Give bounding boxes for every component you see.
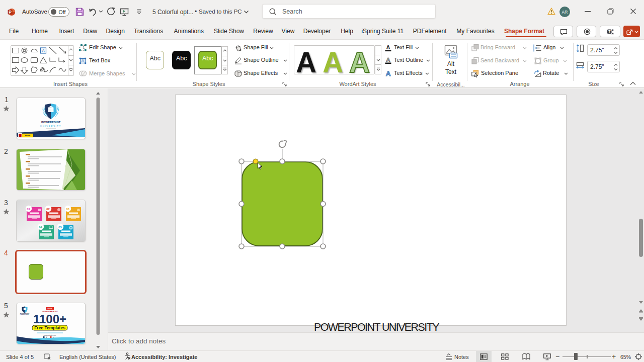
svg-text:UNIVERSITY: UNIVERSITY — [21, 315, 28, 316]
svg-text:A: A — [386, 70, 391, 77]
svg-text:05: 05 — [58, 226, 62, 229]
svg-text:FREE: FREE — [25, 134, 31, 137]
svg-text:03: 03 — [66, 208, 69, 211]
svg-text:A: A — [42, 48, 45, 53]
svg-text:04: 04 — [39, 226, 42, 229]
svg-text:02: 02 — [46, 208, 50, 211]
svg-text:A: A — [82, 58, 85, 63]
svg-text:UNIVERSITY: UNIVERSITY — [40, 125, 61, 128]
svg-text:POWERPOINT: POWERPOINT — [41, 121, 61, 124]
svg-text:A: A — [386, 57, 390, 63]
svg-text:A: A — [386, 44, 390, 50]
svg-text:www.youtube.com: www.youtube.com — [44, 334, 56, 336]
svg-text:P: P — [9, 10, 12, 15]
svg-text:Free Templates: Free Templates — [34, 325, 65, 330]
svg-text:01: 01 — [27, 208, 30, 211]
svg-text:T: T — [608, 29, 611, 34]
svg-text:FREE: FREE — [47, 308, 52, 310]
svg-text:1100+: 1100+ — [33, 312, 66, 326]
